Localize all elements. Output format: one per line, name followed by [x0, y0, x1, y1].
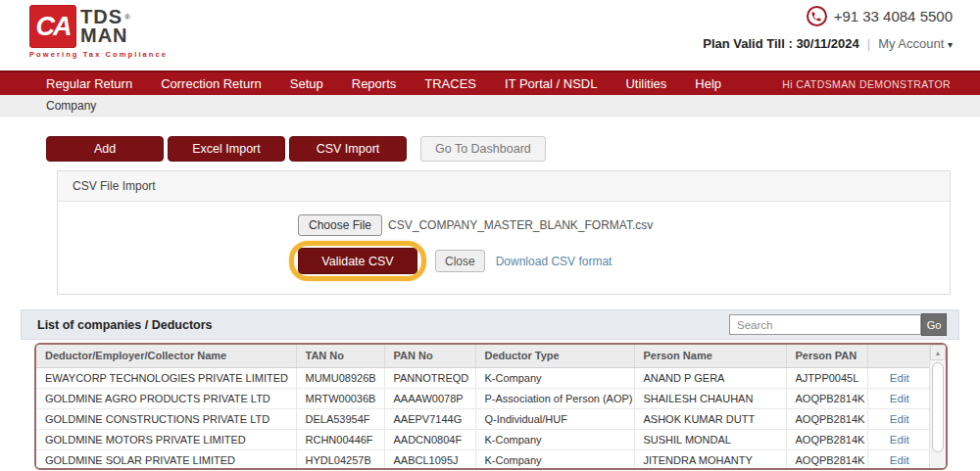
table-header-row: Deductor/Employer/Collector Name TAN No …	[36, 345, 931, 367]
close-button[interactable]: Close	[435, 250, 485, 272]
col-pan-no: PAN No	[384, 345, 475, 367]
excel-import-button[interactable]: Excel Import	[168, 136, 285, 162]
cell-deductor-name: GOLDMINE AGRO PRODUCTS PRIVATE LTD	[36, 388, 296, 408]
edit-link[interactable]: Edit	[890, 413, 909, 425]
cell-type: K-Company	[475, 429, 634, 449]
col-tan-no: TAN No	[296, 345, 384, 367]
table-scrollbar[interactable]: ▲	[929, 345, 946, 468]
cell-person: SHAILESH CHAUHAN	[634, 388, 786, 408]
table-row: GOLDMINE MOTORS PRIVATE LIMITED RCHN0044…	[36, 429, 931, 449]
cell-pan: AABCL1095J	[384, 449, 475, 470]
cell-tan: DELA53954F	[296, 408, 384, 429]
cell-person: ANAND P GERA	[634, 367, 786, 388]
tdsman-app-window: CA TDS® MAN Powering Tax Compliance +91 …	[0, 0, 980, 471]
cell-type: Q-Individual/HUF	[475, 408, 634, 429]
col-person-pan: Person PAN	[786, 345, 867, 367]
cell-pan: AADCN0804F	[384, 429, 475, 449]
my-account-menu[interactable]: My Account ▾	[878, 36, 953, 51]
cell-pan: PANNOTREQD	[384, 367, 475, 388]
cell-deductor-name: GOLDMINE CONSTRUCTIONS PRIVATE LTD	[36, 408, 296, 429]
scrollbar-up-arrow-icon[interactable]: ▲	[930, 345, 946, 360]
edit-link[interactable]: Edit	[890, 372, 909, 384]
cell-deductor-name: GOLDMINE MOTORS PRIVATE LIMITED	[36, 429, 296, 449]
edit-link[interactable]: Edit	[890, 434, 909, 446]
search-go-button[interactable]: Go	[921, 313, 947, 336]
table-row: GOLDMINE CONSTRUCTIONS PRIVATE LTD DELA5…	[36, 408, 931, 429]
cell-tan: MUMU08926B	[296, 367, 384, 388]
list-header-bar: List of companies / Deductors Go	[21, 309, 959, 340]
cell-person: JITENDRA MOHANTY	[634, 449, 786, 470]
user-greeting: Hi CATDSMAN DEMONSTRATOR	[782, 78, 980, 90]
choose-file-button[interactable]: Choose File	[298, 214, 382, 236]
cell-pan: AAEPV7144G	[384, 408, 475, 429]
divider: |	[867, 36, 870, 51]
cell-type: P-Association of Person (AOP)	[475, 388, 634, 408]
company-toolbar: Add Excel Import CSV Import Go To Dashbo…	[46, 136, 980, 162]
companies-table: Deductor/Employer/Collector Name TAN No …	[36, 345, 931, 470]
table-row: GOLDMINE SOLAR PRIVATE LIMITED HYDL04257…	[36, 449, 931, 470]
download-csv-format-link[interactable]: Download CSV format	[496, 255, 612, 268]
csv-file-import-panel: CSV File Import Choose File CSV_COMPANY_…	[57, 170, 951, 295]
logo-tagline: Powering Tax Compliance	[29, 50, 168, 59]
col-person-name: Person Name	[634, 345, 786, 367]
cell-person: ASHOK KUMAR DUTT	[634, 408, 786, 429]
cell-deductor-name: EWAYCORP TECHNOLOGIES PRIVATE LIMITED	[36, 367, 296, 388]
table-row: EWAYCORP TECHNOLOGIES PRIVATE LIMITED MU…	[36, 367, 931, 388]
nav-reports[interactable]: Reports	[352, 76, 397, 91]
csv-panel-title: CSV File Import	[58, 171, 950, 202]
cell-deductor-name: GOLDMINE SOLAR PRIVATE LIMITED	[36, 449, 296, 470]
breadcrumb-bar: Company	[0, 95, 980, 117]
chevron-down-icon: ▾	[948, 39, 953, 50]
nav-help[interactable]: Help	[695, 76, 721, 91]
tdsman-logo: CA TDS® MAN Powering Tax Compliance	[29, 5, 168, 59]
cell-type: K-Company	[475, 449, 634, 470]
breadcrumb: Company	[0, 99, 96, 113]
cell-person-pan: AOQPB2814K	[786, 429, 867, 449]
search-input[interactable]	[729, 314, 921, 335]
cell-person-pan: AJTPP0045L	[786, 367, 867, 388]
selected-file-name: CSV_COMPANY_MASTER_BLANK_FORMAT.csv	[388, 218, 653, 232]
plan-valid-text: Plan Valid Till : 30/11/2024	[703, 36, 859, 51]
edit-link[interactable]: Edit	[890, 454, 909, 466]
nav-setup[interactable]: Setup	[290, 76, 323, 91]
nav-traces[interactable]: TRACES	[424, 76, 476, 91]
add-button[interactable]: Add	[46, 136, 164, 162]
nav-correction-return[interactable]: Correction Return	[161, 76, 262, 91]
nav-regular-return[interactable]: Regular Return	[46, 76, 132, 91]
header-right-cluster: +91 33 4084 5500 Plan Valid Till : 30/11…	[703, 6, 953, 51]
support-phone-number: +91 33 4084 5500	[834, 8, 953, 24]
cell-person-pan: AOQPB2814K	[786, 449, 867, 470]
csv-import-button[interactable]: CSV Import	[289, 136, 407, 162]
col-deductor-name: Deductor/Employer/Collector Name	[36, 345, 296, 367]
nav-utilities[interactable]: Utilities	[625, 76, 666, 91]
companies-table-container: Deductor/Employer/Collector Name TAN No …	[34, 343, 948, 470]
edit-link[interactable]: Edit	[890, 393, 909, 404]
cell-tan: RCHN00446F	[296, 429, 384, 449]
logo-text-man: MAN	[80, 26, 131, 45]
top-header: CA TDS® MAN Powering Tax Compliance +91 …	[0, 0, 980, 71]
cell-tan: MRTW00036B	[296, 388, 384, 408]
col-deductor-type: Deductor Type	[475, 345, 634, 367]
go-to-dashboard-button[interactable]: Go To Dashboard	[420, 136, 546, 162]
validate-csv-button[interactable]: Validate CSV	[298, 248, 417, 274]
cell-person-pan: AOQPB2814K	[786, 388, 867, 408]
main-navbar: Regular Return Correction Return Setup R…	[0, 71, 980, 95]
cell-person: SUSHIL MONDAL	[634, 429, 786, 449]
col-edit	[867, 345, 931, 367]
nav-it-portal-nsdl[interactable]: IT Portal / NSDL	[505, 76, 597, 91]
ca-logo-icon: CA	[29, 5, 76, 48]
phone-icon	[807, 6, 827, 26]
cell-tan: HYDL04257B	[296, 449, 384, 470]
list-title: List of companies / Deductors	[37, 318, 213, 332]
scrollbar-thumb[interactable]	[932, 362, 944, 452]
registered-mark: ®	[124, 13, 131, 22]
table-row: GOLDMINE AGRO PRODUCTS PRIVATE LTD MRTW0…	[36, 388, 931, 408]
cell-person-pan: AOQPB2814K	[786, 408, 867, 429]
cell-type: K-Company	[475, 367, 634, 388]
cell-pan: AAAAW0078P	[384, 388, 475, 408]
